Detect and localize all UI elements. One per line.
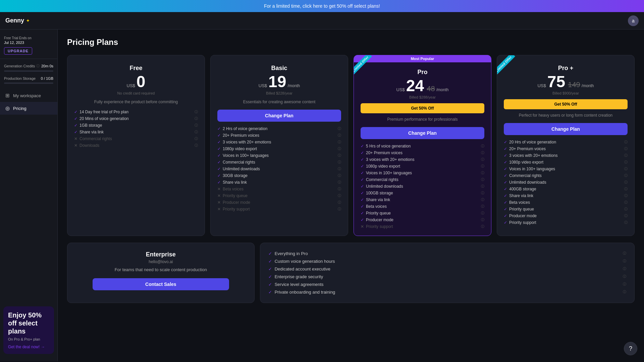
feature-info-icon[interactable]: ⓘ — [338, 187, 341, 191]
check-icon: ✓ — [504, 220, 507, 225]
feature-text: 1080p video export — [509, 160, 543, 165]
home-icon: ⊞ — [5, 93, 10, 99]
feature-info-icon[interactable]: ⓘ — [195, 123, 198, 128]
feature-info-icon[interactable]: ⓘ — [624, 187, 628, 191]
feature-info-icon[interactable]: ⓘ — [624, 167, 628, 171]
feature-info-icon[interactable]: ⓘ — [624, 207, 628, 212]
plan-price-row: US$ 0 — [74, 74, 198, 90]
feature-info-icon[interactable]: ⓘ — [338, 180, 341, 185]
feature-info-icon[interactable]: ⓘ — [624, 193, 628, 198]
feature-info-icon[interactable]: ⓘ — [338, 153, 341, 158]
feature-info-icon[interactable]: ⓘ — [338, 126, 341, 131]
feature-info-icon[interactable]: ⓘ — [623, 266, 626, 271]
feature-item: ✓ 400GB storage ⓘ — [504, 187, 628, 191]
check-icon: ✓ — [217, 180, 221, 185]
feature-info-icon[interactable]: ⓘ — [624, 146, 628, 151]
feature-info-icon[interactable]: ⓘ — [481, 144, 484, 148]
feature-info-icon[interactable]: ⓘ — [624, 214, 628, 218]
app-name: Genny — [5, 17, 24, 24]
feature-info-icon[interactable]: ⓘ — [623, 282, 626, 287]
feature-info-icon[interactable]: ⓘ — [481, 171, 484, 175]
feature-item: ✓ Producer mode ⓘ — [361, 218, 484, 222]
feature-info-icon[interactable]: ⓘ — [338, 207, 341, 212]
upgrade-button[interactable]: UPGRADE — [4, 47, 32, 55]
feature-info-icon[interactable]: ⓘ — [624, 200, 628, 205]
get-off-button[interactable]: Get 50% Off — [361, 103, 484, 113]
plan-card-pro: Most Popular Limited Offer Pro US$ 2448/… — [354, 55, 491, 236]
change-plan-button[interactable]: Change Plan — [504, 123, 628, 135]
sidebar-item-pricing[interactable]: ◎ Pricing — [0, 102, 57, 115]
feature-info-icon[interactable]: ⓘ — [481, 177, 484, 182]
feature-info-icon[interactable]: ⓘ — [481, 150, 484, 155]
feature-info-icon[interactable]: ⓘ — [338, 140, 341, 144]
feature-info-icon[interactable]: ⓘ — [195, 130, 198, 134]
feature-info-icon[interactable]: ⓘ — [624, 153, 628, 158]
enterprise-feature-item: ✓ Private onboarding and training ⓘ — [268, 290, 626, 295]
check-icon: ✓ — [361, 157, 364, 162]
check-icon: ✓ — [504, 160, 507, 165]
check-icon: ✓ — [504, 214, 507, 218]
help-button[interactable]: ? — [624, 342, 637, 355]
feature-info-icon[interactable]: ⓘ — [624, 220, 628, 225]
feature-info-icon[interactable]: ⓘ — [481, 164, 484, 169]
feature-info-icon[interactable]: ⓘ — [481, 224, 484, 229]
feature-info-icon[interactable]: ⓘ — [338, 160, 341, 165]
check-icon: ✓ — [361, 197, 364, 202]
feature-info-icon[interactable]: ⓘ — [623, 251, 626, 256]
feature-item: ✕ Commercial rights ⓘ — [74, 136, 198, 141]
enterprise-feature-text: Enterprise grade security — [275, 274, 323, 279]
plan-description: Premium performance for professionals — [361, 117, 484, 122]
enterprise-feature-text: Service level agreements — [275, 282, 324, 287]
feature-info-icon[interactable]: ⓘ — [338, 133, 341, 138]
sidebar: Free Trial Ends on Jul 12, 2023 UPGRADE … — [0, 29, 58, 361]
contact-sales-button[interactable]: Contact Sales — [93, 278, 229, 290]
plan-card-free: Free US$ 0No credit card requiredFully e… — [67, 55, 205, 236]
get-off-button[interactable]: Get 50% Off — [504, 99, 628, 109]
feature-item: ✓ 3 voices with 20+ emotions ⓘ — [217, 140, 341, 144]
feature-info-icon[interactable]: ⓘ — [338, 167, 341, 171]
limited-offer-ribbon: Limited Offer — [354, 55, 372, 75]
limited-offer-ribbon: Limited Offer — [497, 55, 515, 75]
generation-credits-row: Generation Credits ⓘ 20m 0s — [0, 62, 57, 70]
feature-info-icon[interactable]: ⓘ — [481, 211, 484, 216]
feature-text: Voices in 100+ languages — [223, 153, 269, 158]
enterprise-feature-item: ✓ Custom voice generation hours ⓘ — [268, 259, 626, 264]
change-plan-button[interactable]: Change Plan — [217, 110, 341, 122]
feature-info-icon[interactable]: ⓘ — [195, 143, 198, 148]
x-icon: ✕ — [74, 136, 77, 141]
feature-info-icon[interactable]: ⓘ — [481, 184, 484, 189]
feature-info-icon[interactable]: ⓘ — [623, 290, 626, 294]
user-avatar[interactable]: a — [628, 15, 639, 26]
feature-info-icon[interactable]: ⓘ — [623, 274, 626, 279]
plan-price-old: 48 — [427, 84, 435, 93]
main-layout: Free Trial Ends on Jul 12, 2023 UPGRADE … — [0, 29, 644, 361]
feature-info-icon[interactable]: ⓘ — [624, 180, 628, 185]
feature-item: ✓ 1080p video export ⓘ — [504, 160, 628, 165]
feature-info-icon[interactable]: ⓘ — [195, 116, 198, 121]
feature-info-icon[interactable]: ⓘ — [624, 140, 628, 144]
feature-info-icon[interactable]: ⓘ — [624, 160, 628, 165]
feature-info-icon[interactable]: ⓘ — [481, 218, 484, 222]
feature-info-icon[interactable]: ⓘ — [338, 193, 341, 198]
check-icon: ✓ — [217, 173, 221, 178]
feature-item: ✓ Commercial rights ⓘ — [361, 177, 484, 182]
feature-info-icon[interactable]: ⓘ — [338, 200, 341, 205]
feature-info-icon[interactable]: ⓘ — [195, 110, 198, 114]
change-plan-button[interactable]: Change Plan — [361, 127, 484, 139]
feature-info-icon[interactable]: ⓘ — [623, 259, 626, 263]
generation-credits-label: Generation Credits ⓘ — [4, 64, 40, 68]
feature-info-icon[interactable]: ⓘ — [338, 146, 341, 151]
feature-info-icon[interactable]: ⓘ — [481, 191, 484, 195]
feature-text: 100GB storage — [366, 191, 393, 195]
feature-info-icon[interactable]: ⓘ — [481, 157, 484, 162]
feature-item: ✕ Producer mode ⓘ — [217, 200, 341, 205]
feature-info-icon[interactable]: ⓘ — [195, 136, 198, 141]
feature-info-icon[interactable]: ⓘ — [481, 197, 484, 202]
sidebar-item-my-workspace[interactable]: ⊞ My workspace — [0, 89, 57, 102]
feature-info-icon[interactable]: ⓘ — [338, 173, 341, 178]
feature-info-icon[interactable]: ⓘ — [481, 204, 484, 209]
promo-deal-button[interactable]: Get the deal now! → — [8, 345, 45, 349]
promo-banner[interactable]: For a limited time, click here to get 50… — [0, 0, 644, 12]
feature-info-icon[interactable]: ⓘ — [624, 173, 628, 178]
check-icon: ✓ — [361, 164, 364, 169]
